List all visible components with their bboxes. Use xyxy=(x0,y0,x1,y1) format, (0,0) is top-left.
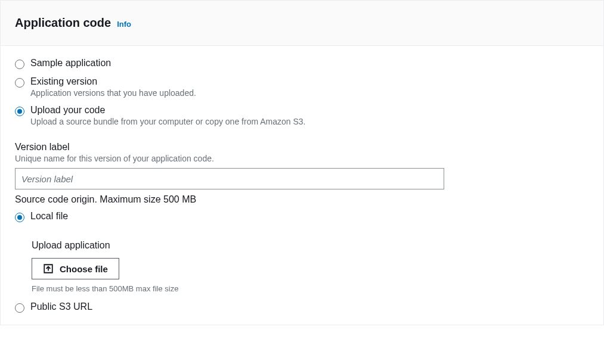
version-label-input[interactable] xyxy=(15,168,444,189)
panel-header: Application code Info xyxy=(1,1,603,46)
radio-label: Existing version xyxy=(30,76,196,87)
version-desc: Unique name for this version of your app… xyxy=(15,154,589,163)
upload-application-block: Upload application Choose file File must… xyxy=(32,240,589,293)
choose-file-button[interactable]: Choose file xyxy=(32,258,119,279)
radio-desc: Application versions that you have uploa… xyxy=(30,88,196,98)
radio-circle-icon[interactable] xyxy=(15,303,24,313)
upload-icon xyxy=(43,263,54,274)
radio-circle-icon[interactable] xyxy=(15,78,24,88)
radio-upload-your-code[interactable]: Upload your code Upload a source bundle … xyxy=(15,105,589,126)
origin-radio-group: Local file Upload application Choose fil… xyxy=(15,211,589,313)
radio-public-s3-url[interactable]: Public S3 URL xyxy=(15,301,589,313)
radio-existing-version[interactable]: Existing version Application versions th… xyxy=(15,76,589,98)
source-code-origin-label: Source code origin. Maximum size 500 MB xyxy=(15,194,589,205)
radio-label: Upload your code xyxy=(30,105,305,116)
page-title: Application code xyxy=(15,16,111,30)
radio-label: Sample application xyxy=(30,58,111,69)
radio-local-file[interactable]: Local file xyxy=(15,211,589,222)
radio-circle-icon[interactable] xyxy=(15,107,24,116)
radio-label: Local file xyxy=(30,211,68,222)
radio-circle-icon[interactable] xyxy=(15,213,24,222)
version-label: Version label xyxy=(15,142,589,153)
file-size-hint: File must be less than 500MB max file si… xyxy=(32,284,589,293)
code-source-radio-group: Sample application Existing version Appl… xyxy=(15,58,589,126)
radio-label: Public S3 URL xyxy=(30,301,92,312)
choose-file-label: Choose file xyxy=(60,264,108,274)
upload-application-label: Upload application xyxy=(32,240,589,251)
version-label-block: Version label Unique name for this versi… xyxy=(15,142,589,205)
radio-circle-icon[interactable] xyxy=(15,60,24,69)
radio-sample-application[interactable]: Sample application xyxy=(15,58,589,69)
radio-desc: Upload a source bundle from your compute… xyxy=(30,117,305,126)
panel-body: Sample application Existing version Appl… xyxy=(1,46,603,325)
info-link[interactable]: Info xyxy=(117,20,131,29)
